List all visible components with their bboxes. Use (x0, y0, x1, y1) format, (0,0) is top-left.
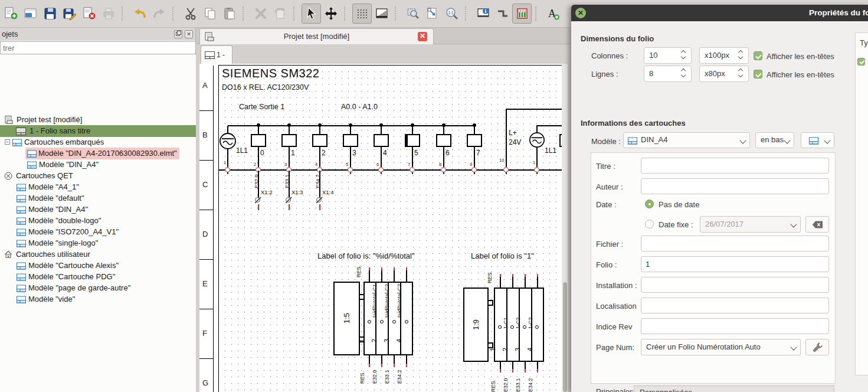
copy-button[interactable] (200, 4, 220, 24)
wire[interactable] (319, 126, 320, 134)
relay-coil[interactable] (312, 134, 327, 147)
relay-coil[interactable] (467, 134, 482, 147)
tree-item-model-elmt[interactable]: Modèle "DIN_A4-20170630082930.elmt" (0, 148, 196, 159)
date-picker-combo[interactable]: 26/07/2017 (700, 216, 801, 233)
wire[interactable] (506, 109, 507, 170)
lines-height-spinner[interactable]: x80px (699, 66, 749, 82)
auteur-input[interactable] (641, 178, 829, 194)
localisation-input[interactable] (641, 298, 829, 313)
tree-item-model[interactable]: Modèle "default" (0, 192, 196, 204)
columns-spinner[interactable]: 10 (644, 47, 692, 64)
wire[interactable] (258, 126, 259, 134)
tab-folio-1[interactable]: 1 - (201, 45, 232, 64)
wire[interactable] (506, 109, 562, 110)
collapse-expander[interactable]: − (5, 139, 10, 145)
tree-item-user-titleblocks[interactable]: Cartouches utilisateur (0, 249, 196, 260)
relay-coil[interactable] (436, 134, 451, 147)
tree-item-model[interactable]: Modèle "Cartouche PDG" (0, 271, 196, 283)
tree-item-model[interactable]: Modèle "page de garde-autre" (0, 282, 196, 294)
installation-input[interactable] (641, 277, 829, 293)
wire[interactable] (289, 126, 290, 134)
side-panel-checkbox[interactable] (857, 58, 865, 66)
panel-close-button[interactable]: ✕ (185, 30, 193, 38)
wire[interactable] (443, 126, 444, 134)
paste-button[interactable] (220, 4, 239, 24)
rotate-button[interactable] (270, 4, 290, 24)
column-headers-button[interactable] (512, 4, 532, 24)
select-tool-button[interactable] (302, 4, 321, 24)
tab-project[interactable]: Projet test [modifié] ✕ (199, 28, 434, 44)
titre-input[interactable] (641, 158, 829, 174)
wire[interactable] (381, 126, 382, 134)
pin-stub-tip (381, 364, 382, 367)
undo-button[interactable] (130, 4, 149, 24)
tree-item-model[interactable]: Modèle "vide" (0, 293, 196, 305)
filter-input[interactable] (0, 41, 196, 54)
close-file-button[interactable] (79, 4, 99, 24)
model-combo[interactable]: DIN_A4 (623, 132, 750, 148)
tree-item-model[interactable]: Modèle "Cartouche Alexis" (0, 260, 196, 272)
print-button[interactable] (99, 4, 118, 24)
tab-principales[interactable]: Principales (596, 387, 634, 392)
tab-close-button[interactable]: ✕ (418, 32, 427, 41)
wire[interactable] (536, 125, 562, 126)
clear-date-button[interactable] (805, 216, 829, 233)
tree-item-model[interactable]: Modèle "double-logo" (0, 215, 196, 227)
folio-display-button[interactable] (372, 4, 391, 24)
tree-item-folio[interactable]: 1 - Folio sans titre (0, 125, 196, 137)
tree-item-qet-titleblocks[interactable]: Cartouches QET (0, 170, 196, 182)
save-button[interactable] (40, 4, 60, 24)
new-project-button[interactable] (1, 4, 21, 24)
conductor-mode-button[interactable] (493, 4, 512, 24)
lines-spinner[interactable]: 8 (644, 66, 692, 82)
dialog-titlebar[interactable]: ✕ Propriétés du fo (571, 5, 868, 21)
pin-stub-tip (525, 369, 526, 373)
zoom-fit-button[interactable] (403, 4, 422, 24)
save-as-button[interactable] (60, 4, 79, 24)
no-date-radio[interactable] (645, 200, 654, 208)
folio-input[interactable] (641, 256, 829, 272)
tab-personnalisees[interactable]: Personnalisées (634, 386, 834, 392)
tree-item-model[interactable]: Modèle "A4_1" (0, 181, 196, 193)
grid-toggle-button[interactable] (352, 4, 372, 24)
tree-item-model[interactable]: Modèle "single-logo" (0, 237, 196, 249)
relay-coil[interactable] (251, 134, 266, 147)
add-text-button[interactable]: A (543, 4, 563, 24)
delete-button[interactable] (251, 4, 270, 24)
columns-width-spinner[interactable]: x100px (699, 47, 749, 64)
fichier-input[interactable] (641, 236, 829, 251)
position-combo[interactable]: en bas (755, 132, 794, 148)
tree-item-model[interactable]: Modèle "DIN_A4" (0, 159, 196, 171)
canvas-vertical-scrollbar[interactable] (562, 64, 568, 392)
relay-coil[interactable] (343, 134, 358, 147)
tree-item-model[interactable]: Modèle "ISO7200_A4_V1" (0, 226, 196, 238)
relay-coil[interactable] (281, 134, 297, 147)
tree-item-project[interactable]: Projet test [modifié] (0, 114, 196, 126)
move-tool-button[interactable] (321, 4, 340, 24)
resize-folio-button[interactable] (422, 4, 442, 24)
titleblock-picker-combo[interactable] (801, 132, 834, 148)
wire[interactable] (412, 126, 413, 134)
relay-coil[interactable] (405, 134, 420, 147)
terminal-rail[interactable] (218, 169, 562, 171)
fixed-date-radio[interactable] (645, 220, 654, 228)
folio-information-button[interactable] (473, 4, 493, 24)
diagram-canvas[interactable]: A B C D E F G SIEMENS SM322 DO16 x REL. … (199, 64, 562, 392)
panel-float-button[interactable] (174, 30, 182, 38)
show-headers-checkbox[interactable] (754, 51, 762, 60)
indice-rev-input[interactable] (641, 318, 829, 334)
open-project-button[interactable] (21, 4, 40, 24)
show-headers-checkbox-2[interactable] (754, 70, 762, 79)
tree-item-model[interactable]: Modèle "DIN_A4" (0, 204, 196, 215)
redo-button[interactable] (149, 4, 169, 24)
wire[interactable] (474, 126, 475, 134)
cut-button[interactable] (181, 4, 200, 24)
page-num-combo[interactable]: Créer un Folio Numérotation Auto (641, 339, 801, 355)
tree-item-embedded-titleblocks[interactable]: − Cartouches embarqués (0, 136, 196, 148)
zoom-one-to-one-button[interactable]: 1:1 (442, 4, 461, 24)
autonum-settings-button[interactable] (805, 339, 829, 355)
wire[interactable] (350, 126, 351, 134)
scrollbar-thumb[interactable] (563, 282, 567, 392)
dialog-close-button[interactable]: ✕ (575, 8, 586, 18)
relay-coil[interactable] (374, 134, 389, 147)
